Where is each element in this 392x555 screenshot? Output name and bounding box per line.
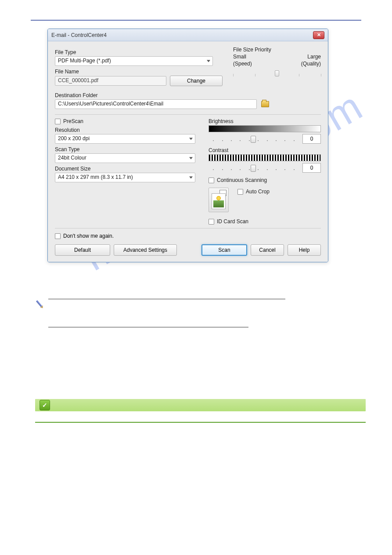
folder-icon bbox=[261, 101, 269, 107]
slider-thumb-icon bbox=[251, 165, 256, 172]
slider-thumb-icon bbox=[275, 70, 279, 76]
resolution-select[interactable]: 200 x 200 dpi bbox=[55, 134, 195, 144]
contrast-slider[interactable] bbox=[209, 164, 298, 172]
auto-crop-label: Auto Crop bbox=[246, 189, 270, 195]
below-content: ✓ bbox=[35, 299, 366, 423]
scan-type-select[interactable]: 24bit Colour bbox=[55, 153, 195, 163]
destination-folder-field[interactable]: C:\Users\User\Pictures\ControlCenter4\Em… bbox=[55, 99, 257, 109]
scan-preview-thumbnail[interactable] bbox=[209, 188, 229, 212]
fsp-large-label: Large bbox=[307, 54, 321, 60]
email-scan-dialog: E-mail - ControlCenter4 ✕ File Type PDF … bbox=[47, 29, 328, 262]
green-rule bbox=[35, 422, 366, 423]
scan-button[interactable]: Scan bbox=[201, 244, 247, 256]
default-button[interactable]: Default bbox=[55, 244, 110, 256]
document-size-select[interactable]: A4 210 x 297 mm (8.3 x 11.7 in) bbox=[55, 173, 195, 182]
continuous-scanning-label: Continuous Scanning bbox=[217, 177, 267, 183]
advanced-settings-button[interactable]: Advanced Settings bbox=[114, 244, 177, 256]
note-line bbox=[48, 299, 285, 305]
file-type-value: PDF Multi-Page (*.pdf) bbox=[55, 56, 213, 66]
check-icon: ✓ bbox=[40, 400, 50, 410]
contrast-value-field[interactable]: 0 bbox=[302, 163, 321, 173]
close-button[interactable]: ✕ bbox=[313, 31, 324, 39]
document-size-label: Document Size bbox=[55, 166, 195, 172]
file-type-label: File Type bbox=[55, 49, 223, 55]
section-divider bbox=[55, 114, 321, 115]
browse-folder-button[interactable] bbox=[260, 100, 270, 109]
dont-show-again-label: Don't show me again. bbox=[63, 233, 114, 239]
cancel-button[interactable]: Cancel bbox=[251, 244, 284, 256]
resolution-value: 200 x 200 dpi bbox=[55, 134, 195, 144]
brightness-slider[interactable] bbox=[209, 135, 298, 143]
file-type-select[interactable]: PDF Multi-Page (*.pdf) bbox=[55, 56, 213, 66]
section-divider bbox=[55, 228, 321, 229]
brightness-gradient-icon bbox=[209, 125, 321, 132]
page-top-rule bbox=[31, 20, 361, 21]
auto-crop-checkbox[interactable] bbox=[237, 189, 243, 195]
dont-show-again-checkbox[interactable] bbox=[55, 233, 61, 239]
document-size-value: A4 210 x 297 mm (8.3 x 11.7 in) bbox=[55, 173, 195, 182]
slider-thumb-icon bbox=[251, 136, 256, 143]
pencil-icon bbox=[33, 298, 46, 310]
scan-type-label: Scan Type bbox=[55, 146, 195, 152]
scan-type-value: 24bit Colour bbox=[55, 153, 195, 163]
contrast-pattern-icon bbox=[209, 154, 321, 161]
dialog-body: File Type PDF Multi-Page (*.pdf) File Na… bbox=[48, 41, 328, 262]
id-card-scan-checkbox[interactable] bbox=[209, 219, 214, 225]
close-icon: ✕ bbox=[317, 32, 321, 38]
contrast-label: Contrast bbox=[209, 147, 321, 153]
fsp-quality-label: (Quality) bbox=[301, 61, 321, 67]
resolution-label: Resolution bbox=[55, 127, 195, 133]
prescan-label: PreScan bbox=[63, 118, 83, 124]
id-card-scan-label: ID Card Scan bbox=[217, 218, 248, 225]
thumb-photo-icon bbox=[212, 193, 226, 209]
fsp-speed-label: (Speed) bbox=[233, 61, 252, 67]
file-size-slider[interactable] bbox=[233, 69, 321, 77]
brightness-value-field[interactable]: 0 bbox=[302, 134, 321, 144]
brightness-label: Brightness bbox=[209, 118, 321, 124]
note-line bbox=[48, 327, 248, 333]
continuous-scanning-checkbox[interactable] bbox=[209, 178, 214, 183]
file-size-priority-label: File Size Priority bbox=[233, 47, 321, 53]
success-bar: ✓ bbox=[35, 399, 366, 411]
change-button[interactable]: Change bbox=[170, 76, 223, 86]
window-title: E-mail - ControlCenter4 bbox=[51, 32, 313, 38]
file-name-field[interactable]: CCE_000001.pdf bbox=[55, 76, 166, 86]
titlebar: E-mail - ControlCenter4 ✕ bbox=[48, 29, 328, 41]
destination-folder-label: Destination Folder bbox=[55, 92, 321, 98]
help-button[interactable]: Help bbox=[288, 244, 321, 256]
file-name-label: File Name bbox=[55, 69, 223, 75]
prescan-checkbox[interactable] bbox=[55, 119, 61, 124]
fsp-small-label: Small bbox=[233, 54, 246, 60]
